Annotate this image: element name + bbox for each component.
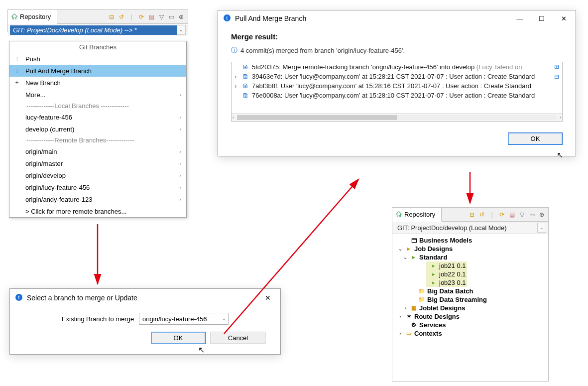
minimize-icon[interactable]: ▭ [167,12,176,21]
close-button[interactable]: ✕ [553,11,575,25]
dialog-title-text: Pull And Merge Branch [235,14,306,22]
chevron-right-icon: › [169,114,181,120]
commit-list: ⊞ ⊟ 🗎 5fd20375: Merge remote-tracking br… [231,62,563,122]
folder-icon: 📁 [418,296,425,303]
remote-branch-item[interactable]: origin/main› [9,145,186,157]
collapse-icon[interactable]: ⊟ [107,12,116,21]
expand-toggle[interactable]: › [235,82,239,90]
refresh-icon[interactable]: ↺ [117,12,126,21]
tree-node-standard[interactable]: ⌄ ▸ Standard [393,253,547,261]
branch-selector[interactable]: GIT: ProjectDoc/develop (Local Mode) -->… [10,25,177,35]
ok-button[interactable]: OK [508,132,563,145]
arrow-down-icon: ↓ [13,67,20,74]
chevron-right-icon: › [169,160,181,166]
chevron-right-icon: › [169,148,181,154]
local-branch-item[interactable]: develop (current) › [9,123,186,135]
maximize-button[interactable]: ☐ [531,11,553,25]
horizontal-scrollbar[interactable]: ‹ › [232,113,562,121]
select-branch-dialog: t Select a branch to merge or Update ✕ E… [9,288,281,355]
file-icon: 🗎 [242,92,249,99]
file-icon: 🗎 [242,63,249,71]
remote-branch-item[interactable]: origin/andy-feature-123› [9,193,186,205]
branch-combo[interactable]: origin/lucy-feature-456 ⌄ [139,313,229,325]
separator-icon: | [127,12,136,21]
ok-button[interactable]: OK [151,332,206,344]
maximize-icon[interactable]: ⊕ [537,210,546,219]
cancel-button[interactable]: Cancel [211,332,265,344]
close-icon[interactable]: ✕ [260,292,275,304]
twisty-closed-icon[interactable]: › [397,314,403,319]
remote-branch-item[interactable]: origin/develop› [9,169,186,181]
maximize-icon[interactable]: ⊕ [177,12,186,21]
commit-row[interactable]: 🗎 76e0008a: User 'lucy@company.com' at 1… [232,91,562,100]
minimize-button[interactable]: — [509,11,531,25]
svg-text:t: t [18,295,20,300]
menu-more-remote[interactable]: > Click for more remote branches... [9,205,186,217]
menu-more[interactable]: More... › [9,89,186,101]
refresh-icon[interactable]: ↺ [477,210,486,219]
tree-job-item[interactable]: ▸ job21 0.1 [426,261,467,270]
menu-new-branch[interactable]: + New Branch [9,77,186,89]
git-branches-menu: Git Branches ↑ Push ↓ Pull And Merge Bra… [9,41,187,218]
grid-icon[interactable]: ▤ [147,12,156,21]
scrollbar-thumb[interactable] [237,115,397,120]
tree-node-job-designs[interactable]: ⌄ ▸ Job Designs [393,245,547,253]
route-icon: ✶ [405,313,412,320]
chevron-down-icon[interactable]: ⌄ [177,25,186,35]
repository-tab[interactable]: Repository [392,208,442,222]
twisty-open-icon[interactable]: ⌄ [397,246,403,252]
dialog-titlebar: t Select a branch to merge or Update ✕ [10,289,280,307]
tree-job-item[interactable]: ▸ job23 0.1 [426,278,467,287]
tree-node-big-data-batch[interactable]: 📁 Big Data Batch [393,287,547,295]
collapse-icon[interactable]: ⊟ [552,72,561,81]
dialog-title-text: Select a branch to merge or Update [27,294,137,302]
folder-icon: ▸ [405,246,412,253]
model-icon: 🗔 [410,237,417,244]
twisty-closed-icon[interactable]: › [402,305,408,311]
branch-selector[interactable]: GIT: ProjectDoc/develop (Local Mode) [394,223,537,233]
repository-tab[interactable]: Repository [8,10,57,24]
commit-row[interactable]: › 🗎 7abf3b8f: User 'lucy@company.com' at… [232,81,562,91]
plus-icon: + [13,79,20,86]
menu-push[interactable]: ↑ Push [9,53,186,65]
tree-node-services[interactable]: ⚙ Services [393,321,547,329]
commit-row[interactable]: 🗎 5fd20375: Merge remote-tracking branch… [232,62,562,72]
merge-info-text: 4 commit(s) merged from branch 'origin/l… [240,47,405,54]
sync-icon[interactable]: ⟳ [137,12,146,21]
collapse-icon[interactable]: ⊟ [468,210,476,219]
chevron-down-icon[interactable]: ⌄ [537,223,546,233]
tree-node-route-designs[interactable]: › ✶ Route Designs [393,312,547,321]
commit-row[interactable]: › 🗎 39463e7d: User 'lucy@company.com' at… [232,72,562,81]
expand-icon[interactable]: ⊞ [552,62,561,71]
chevron-right-icon: › [169,126,181,132]
gear-icon: ⚙ [410,322,417,329]
expand-toggle[interactable]: › [235,73,239,80]
menu-pull-merge[interactable]: ↓ Pull And Merge Branch [9,65,186,77]
view-menu-icon[interactable]: ▽ [157,12,166,21]
scroll-left-icon[interactable]: ‹ [233,115,234,120]
tree-node-contexts[interactable]: › ▭ Contexts [393,329,547,338]
repository-panel-right: Repository ⊟ ↺ | ⟳ ▤ ▽ ▭ ⊕ GIT: ProjectD… [392,207,549,382]
tree-job-item[interactable]: ▸ job22 0.1 [426,270,467,278]
tab-label: Repository [404,211,435,218]
minimize-icon[interactable]: ▭ [527,210,536,219]
remote-branch-item[interactable]: origin/lucy-feature-456› [9,181,186,193]
separator-icon: | [487,210,496,219]
home-icon [395,211,402,218]
panel-header: Repository ⊟ ↺ | ⟳ ▤ ▽ ▭ ⊕ [8,10,188,24]
app-icon: t [15,293,23,303]
sync-icon[interactable]: ⟳ [497,210,506,219]
panel-header: Repository ⊟ ↺ | ⟳ ▤ ▽ ▭ ⊕ [392,208,548,222]
scroll-right-icon[interactable]: › [560,115,561,120]
tree-node-big-data-streaming[interactable]: 📁 Big Data Streaming [393,295,547,304]
tree-node-business-models[interactable]: 🗔 Business Models [393,236,547,245]
info-icon: ⓘ [231,46,237,55]
tree-node-joblet-designs[interactable]: › ▦ Joblet Designs [393,304,547,312]
twisty-open-icon[interactable]: ⌄ [402,255,408,260]
grid-icon[interactable]: ▤ [507,210,516,219]
view-menu-icon[interactable]: ▽ [517,210,526,219]
local-branch-item[interactable]: lucy-feature-456 › [9,111,186,123]
repository-tree: 🗔 Business Models ⌄ ▸ Job Designs ⌄ ▸ St… [392,234,548,381]
twisty-closed-icon[interactable]: › [397,331,403,336]
remote-branch-item[interactable]: origin/master› [9,157,186,169]
